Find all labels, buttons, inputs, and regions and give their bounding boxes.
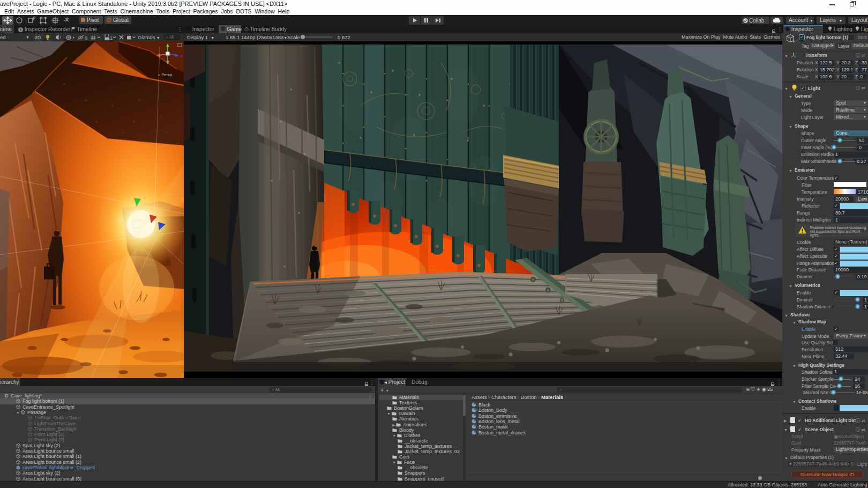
svg-text:z: z [181,54,183,58]
svg-text:1: 1 [110,35,113,41]
svg-text:0: 0 [85,35,87,41]
svg-text:< Persp: < Persp [158,72,172,77]
